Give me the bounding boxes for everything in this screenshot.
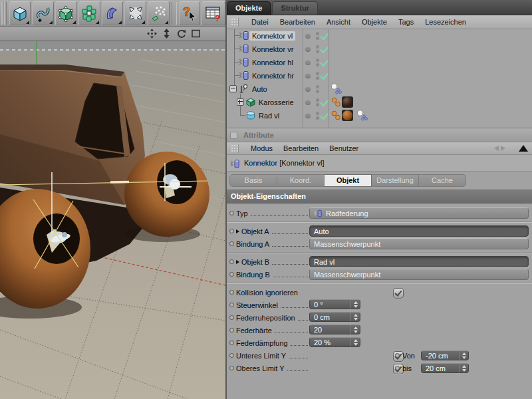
federruheposition-spinner[interactable]: 0 cm [309, 312, 360, 322]
dynamics-body-tag-icon[interactable] [356, 110, 368, 121]
toolbar-button-add-spline[interactable] [32, 1, 54, 25]
menu-bearbeiten[interactable]: Bearbeiten [280, 18, 315, 26]
visibility-dot[interactable] [305, 33, 311, 39]
toolbar-button-help[interactable]: ? [179, 1, 201, 25]
tab-cache[interactable]: Cache [419, 174, 466, 187]
bindung-b-dropdown[interactable]: Massenschwerpunkt [309, 269, 529, 280]
keyframe-dot[interactable] [229, 340, 234, 345]
enabled-check[interactable] [320, 71, 328, 80]
toolbar-button-add-array[interactable] [78, 1, 100, 25]
spinner-arrows[interactable] [350, 313, 360, 321]
keyframe-dot[interactable] [229, 241, 234, 246]
toolbar-button-add-cube[interactable] [9, 1, 31, 25]
menu-drag-grip[interactable] [231, 144, 239, 153]
tree-row-konnektor-hl[interactable]: Konnektor hl [227, 56, 532, 69]
editor-dot[interactable] [316, 85, 319, 88]
menu-datei[interactable]: Datei [251, 18, 269, 26]
phong-tag-icon[interactable] [331, 96, 342, 108]
expand-expander-icon[interactable] [237, 98, 244, 106]
enabled-check[interactable] [320, 98, 328, 106]
menu-benutzer[interactable]: Benutzer [329, 144, 358, 152]
menu-tags[interactable]: Tags [398, 18, 414, 26]
keyframe-dot[interactable] [229, 290, 234, 295]
wheel-front-left[interactable] [124, 152, 209, 237]
tree-row-karosserie[interactable]: Karosserie [227, 96, 532, 109]
steuerwinkel-spinner[interactable]: 0 ° [309, 299, 360, 309]
tab-basis[interactable]: Basis [229, 174, 277, 187]
spinner-arrows[interactable] [350, 338, 360, 346]
render-dot[interactable] [316, 37, 319, 40]
visibility-dot[interactable] [305, 113, 311, 118]
menu-modus[interactable]: Modus [251, 144, 273, 152]
editor-dot[interactable] [316, 98, 319, 102]
enabled-check[interactable] [320, 111, 328, 120]
objekt-a-field[interactable]: Auto [309, 225, 529, 237]
render-dot[interactable] [316, 50, 319, 53]
render-dot[interactable] [316, 76, 319, 80]
visibility-dot[interactable] [305, 86, 311, 92]
disclosure-triangle-icon[interactable] [236, 260, 239, 264]
toolbar-button-content-browser[interactable]: ? [201, 1, 225, 25]
phong-tag-icon[interactable] [331, 110, 342, 121]
dynamics-body-tag-icon[interactable] [331, 83, 342, 94]
tree-row-rad-vl[interactable]: Rad vl [227, 109, 532, 122]
tab-koord[interactable]: Koord. [277, 174, 325, 187]
viewport-3d[interactable] [0, 41, 225, 399]
render-dot[interactable] [316, 90, 319, 93]
federdaempfung-spinner[interactable]: 20 % [309, 337, 360, 347]
editor-dot[interactable] [316, 45, 319, 49]
objekt-b-field[interactable]: Rad vl [309, 256, 529, 267]
tree-row-konnektor-vl[interactable]: Konnektor vl [227, 29, 532, 43]
menu-ansicht[interactable]: Ansicht [327, 18, 350, 26]
keyframe-dot[interactable] [229, 229, 234, 233]
spinner-arrows[interactable] [459, 351, 468, 360]
collapse-expander-icon[interactable] [229, 85, 237, 92]
enabled-check[interactable] [320, 45, 328, 53]
history-back-icon[interactable] [494, 146, 499, 151]
keyframe-dot[interactable] [229, 315, 234, 320]
attribute-panel-titlebar[interactable]: Attribute [227, 128, 532, 142]
enabled-check[interactable] [320, 31, 328, 40]
keyframe-dot[interactable] [229, 272, 234, 277]
editor-dot[interactable] [316, 72, 319, 75]
spinner-arrows[interactable] [350, 300, 360, 309]
tab-objekte[interactable]: Objekte [227, 1, 271, 15]
history-forward-icon[interactable] [501, 146, 505, 151]
keyframe-dot[interactable] [395, 353, 400, 358]
kollision-checkbox[interactable] [393, 288, 404, 299]
visibility-dot[interactable] [305, 73, 311, 78]
camera-rotate-icon[interactable] [176, 29, 186, 39]
render-dot[interactable] [316, 116, 319, 120]
menu-bearbeiten-attr[interactable]: Bearbeiten [283, 144, 319, 152]
camera-pan-icon[interactable] [147, 29, 157, 39]
typ-dropdown[interactable]: Radfederung [309, 207, 529, 219]
view-toggle-icon[interactable] [191, 29, 201, 39]
von-spinner[interactable]: -20 cm [421, 350, 469, 360]
federhaerte-spinner[interactable]: 20 [309, 325, 360, 334]
menu-lesezeichen[interactable]: Lesezeichen [425, 18, 466, 26]
keyframe-dot[interactable] [229, 259, 234, 264]
visibility-dot[interactable] [305, 47, 311, 52]
toolbar-button-add-particles[interactable] [148, 1, 170, 25]
menu-drag-grip[interactable] [231, 18, 239, 27]
tab-objekt[interactable]: Objekt [325, 174, 372, 187]
keyframe-dot[interactable] [229, 303, 234, 307]
spinner-arrows[interactable] [350, 325, 360, 334]
render-dot[interactable] [316, 103, 319, 106]
enabled-check[interactable] [320, 58, 328, 66]
tree-row-konnektor-vr[interactable]: Konnektor vr [227, 43, 532, 56]
camera-dolly-icon[interactable] [162, 29, 172, 39]
menu-objekte[interactable]: Objekte [362, 18, 387, 26]
keyframe-dot[interactable] [395, 366, 400, 370]
tree-row-konnektor-hr[interactable]: Konnektor hr [227, 69, 532, 82]
panel-collapse-icon[interactable] [519, 145, 528, 152]
spinner-arrows[interactable] [459, 364, 468, 372]
keyframe-dot[interactable] [229, 328, 234, 332]
toolbar-drag-handle[interactable] [1, 2, 7, 25]
material-thumbnail[interactable] [342, 96, 353, 108]
toolbar-button-add-deformer[interactable] [102, 1, 124, 25]
render-dot[interactable] [316, 63, 319, 66]
keyframe-dot[interactable] [229, 353, 234, 358]
bindung-a-dropdown[interactable]: Massenschwerpunkt [309, 238, 529, 249]
toolbar-button-add-modeling-object[interactable] [55, 1, 77, 25]
